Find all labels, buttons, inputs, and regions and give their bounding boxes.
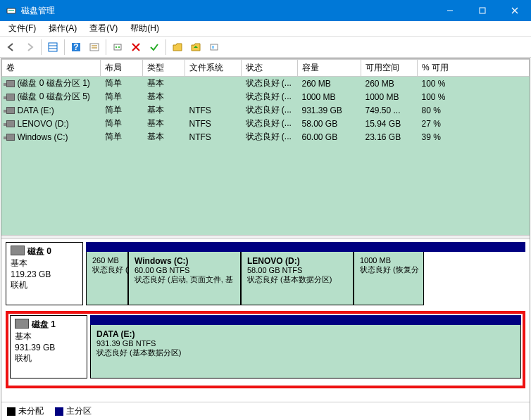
col-volume[interactable]: 卷 — [2, 60, 101, 77]
svg-rect-0 — [7, 8, 15, 13]
table-row[interactable]: LENOVO (D:)简单基本NTFS状态良好 (...58.00 GB15.9… — [2, 117, 530, 130]
disk-header-bar — [86, 242, 525, 252]
folder-up-icon[interactable] — [187, 39, 204, 56]
volume-icon — [6, 94, 15, 101]
volume-icon — [6, 80, 15, 87]
help-icon[interactable]: ? — [68, 39, 85, 56]
toolbar: ? — [0, 37, 531, 58]
partition[interactable]: DATA (E:)931.39 GB NTFS状态良好 (基本数据分区) — [90, 325, 521, 378]
disk-icon — [15, 319, 29, 329]
minimize-button[interactable] — [434, 0, 466, 21]
menubar: 文件(F) 操作(A) 查看(V) 帮助(H) — [0, 21, 531, 37]
col-layout[interactable]: 布局 — [101, 60, 143, 77]
svg-text:?: ? — [73, 42, 78, 52]
col-status[interactable]: 状态 — [242, 60, 298, 77]
folder-icon[interactable] — [169, 39, 186, 56]
col-pct[interactable]: % 可用 — [418, 60, 530, 77]
delete-icon[interactable] — [127, 39, 144, 56]
svg-rect-20 — [212, 46, 214, 49]
menu-view[interactable]: 查看(V) — [84, 21, 123, 36]
disk-row: 磁盘 1基本931.39 GB联机DATA (E:)931.39 GB NTFS… — [10, 315, 521, 378]
col-free[interactable]: 可用空间 — [361, 60, 418, 77]
volume-list[interactable]: 卷 布局 类型 文件系统 状态 容量 可用空间 % 可用 (磁盘 0 磁盘分区 … — [1, 59, 530, 235]
partition[interactable]: 1000 MB状态良好 (恢复分 — [354, 252, 424, 305]
col-type[interactable]: 类型 — [143, 60, 185, 77]
partition[interactable]: 260 MB状态良好 (EF — [86, 252, 128, 305]
table-row[interactable]: DATA (E:)简单基本NTFS状态良好 (...931.39 GB749.5… — [2, 103, 530, 117]
legend-primary: 主分区 — [55, 405, 92, 417]
app-icon — [6, 5, 17, 16]
svg-rect-14 — [114, 44, 121, 50]
table-row[interactable]: (磁盘 0 磁盘分区 1)简单基本状态良好 (...260 MB260 MB10… — [2, 77, 530, 91]
refresh-icon[interactable] — [109, 39, 126, 56]
disk-row: 磁盘 0基本119.23 GB联机260 MB状态良好 (EFWindows (… — [6, 242, 525, 305]
properties-icon[interactable] — [86, 39, 103, 56]
menu-file[interactable]: 文件(F) — [3, 21, 42, 36]
svg-point-15 — [115, 46, 117, 48]
menu-help[interactable]: 帮助(H) — [125, 21, 165, 36]
partition[interactable]: LENOVO (D:)58.00 GB NTFS状态良好 (基本数据分区) — [241, 252, 354, 305]
disk-icon — [11, 246, 25, 255]
legend: 未分配 主分区 — [1, 402, 530, 420]
legend-unallocated: 未分配 — [7, 405, 44, 417]
svg-rect-3 — [480, 8, 485, 13]
col-capacity[interactable]: 容量 — [298, 60, 361, 77]
view-list-icon[interactable] — [44, 39, 61, 56]
disk-header-bar — [90, 315, 521, 325]
svg-rect-11 — [90, 44, 99, 51]
volume-icon — [6, 107, 15, 114]
back-button[interactable] — [3, 39, 20, 56]
maximize-button[interactable] — [466, 0, 499, 21]
window-title: 磁盘管理 — [21, 5, 434, 17]
column-headers[interactable]: 卷 布局 类型 文件系统 状态 容量 可用空间 % 可用 — [2, 60, 530, 77]
close-button[interactable] — [499, 0, 531, 21]
svg-rect-6 — [49, 43, 57, 51]
settings-icon[interactable] — [206, 39, 223, 56]
forward-button[interactable] — [21, 39, 38, 56]
volume-icon — [6, 120, 15, 127]
disk-graphical-view: 磁盘 0基本119.23 GB联机260 MB状态良好 (EFWindows (… — [1, 239, 530, 402]
table-row[interactable]: (磁盘 0 磁盘分区 5)简单基本状态良好 (...1000 MB1000 MB… — [2, 90, 530, 103]
check-icon[interactable] — [146, 39, 163, 56]
titlebar: 磁盘管理 — [0, 0, 531, 21]
col-fs[interactable]: 文件系统 — [185, 60, 242, 77]
volume-icon — [6, 134, 15, 141]
disk-info[interactable]: 磁盘 0基本119.23 GB联机 — [6, 242, 83, 305]
table-row[interactable]: Windows (C:)简单基本NTFS状态良好 (...60.00 GB23.… — [2, 130, 530, 144]
disk-info[interactable]: 磁盘 1基本931.39 GB联机 — [10, 315, 87, 378]
partition[interactable]: Windows (C:)60.00 GB NTFS状态良好 (启动, 页面文件,… — [128, 252, 241, 305]
menu-action[interactable]: 操作(A) — [43, 21, 82, 36]
svg-rect-1 — [8, 10, 14, 11]
svg-point-16 — [118, 46, 120, 48]
